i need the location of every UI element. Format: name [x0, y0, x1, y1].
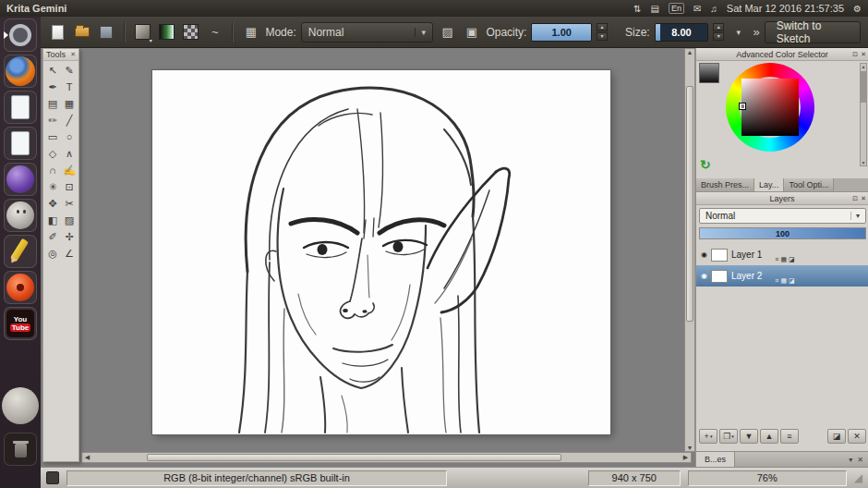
- network-icon[interactable]: ⇅: [633, 4, 641, 14]
- layer-flags[interactable]: ≡ ▦ ◪: [775, 277, 794, 287]
- session-menu-icon[interactable]: ⚙: [853, 4, 862, 14]
- tool-rectangle[interactable]: ▭: [44, 128, 61, 145]
- size-slider[interactable]: 8.00: [655, 23, 709, 42]
- tab-tool-options[interactable]: Tool Opti...: [784, 178, 834, 191]
- eraser-mode-button[interactable]: ▨: [438, 21, 457, 43]
- launcher-item-youtube[interactable]: You Tube: [4, 307, 37, 340]
- tool-gradient[interactable]: ▨: [61, 212, 78, 228]
- tool-edit-shapes[interactable]: ✎: [61, 62, 78, 79]
- pattern-chooser[interactable]: [181, 21, 200, 43]
- mail-icon[interactable]: ✉: [693, 4, 701, 14]
- layer-flag-icon[interactable]: ▦: [780, 256, 787, 263]
- launcher-item-purple-app[interactable]: [4, 163, 37, 196]
- raise-layer-button[interactable]: ▲: [760, 429, 778, 444]
- launcher-item-pencil-app[interactable]: [4, 235, 37, 268]
- spinner-up-icon[interactable]: ▴: [713, 23, 724, 31]
- tool-text[interactable]: T: [61, 79, 78, 95]
- spinner-down-icon[interactable]: ▾: [713, 32, 724, 41]
- elf-sketch-drawing[interactable]: [152, 70, 610, 434]
- tool-calligraphy[interactable]: ✒: [44, 79, 61, 95]
- layer-mask-button[interactable]: ◪: [827, 429, 846, 444]
- close-icon[interactable]: ✕: [857, 456, 863, 464]
- tools-docker-titlebar[interactable]: Tools ✕: [43, 49, 78, 61]
- tab-brush-presets[interactable]: Brush Pres...: [696, 178, 754, 191]
- tool-move[interactable]: ✥: [44, 195, 61, 212]
- close-icon[interactable]: ✕: [861, 195, 866, 202]
- saturation-value-square[interactable]: [741, 79, 799, 136]
- launcher-item-krita[interactable]: [4, 18, 37, 52]
- float-docker-icon[interactable]: ⊡: [852, 195, 858, 202]
- blending-mode-combobox[interactable]: Normal ▾: [301, 22, 433, 43]
- layer-opacity-slider[interactable]: 100: [699, 227, 866, 239]
- close-icon[interactable]: ✕: [861, 51, 866, 58]
- tool-measure[interactable]: ∠: [61, 245, 78, 262]
- layer-flag-icon[interactable]: ≡: [775, 277, 778, 285]
- horizontal-scrollbar[interactable]: ◀ ▶: [81, 452, 692, 463]
- visibility-eye-icon[interactable]: ◉: [701, 272, 707, 280]
- workspace-chooser-button[interactable]: ~: [205, 21, 224, 43]
- zoom-level-field[interactable]: 76%: [688, 470, 847, 486]
- open-document-button[interactable]: [72, 21, 91, 43]
- opacity-spinner[interactable]: ▴ ▾: [597, 23, 608, 41]
- color-selector-titlebar[interactable]: Advanced Color Selector ⊡ ✕: [696, 48, 868, 61]
- tool-zoom[interactable]: ◎: [44, 245, 61, 262]
- tool-bezier-curve[interactable]: ∩: [44, 162, 61, 178]
- layers-docker-titlebar[interactable]: Layers ⊡ ✕: [696, 192, 868, 205]
- delete-layer-button[interactable]: ✕: [848, 429, 866, 444]
- size-spinner[interactable]: ▴ ▾: [713, 23, 724, 41]
- tool-shape-select[interactable]: ↖: [44, 62, 61, 79]
- tool-multibrush[interactable]: ✳: [44, 178, 61, 195]
- layer-flag-icon[interactable]: ◪: [789, 277, 795, 285]
- tool-dyna-brush[interactable]: ✍: [61, 162, 78, 178]
- scroll-up-icon[interactable]: ▲: [685, 49, 695, 55]
- toolbar-dropdown-button[interactable]: ▾: [729, 21, 748, 43]
- toolbar-overflow-chevron[interactable]: »: [753, 25, 759, 39]
- keyboard-indicator[interactable]: En: [669, 3, 684, 14]
- add-layer-button[interactable]: +▾: [699, 429, 717, 444]
- scroll-right-icon[interactable]: ▶: [681, 454, 691, 461]
- chevron-down-icon[interactable]: ▾: [849, 456, 852, 464]
- layer-flags[interactable]: ≡ ▦ ◪: [775, 256, 794, 265]
- layer-flag-icon[interactable]: ≡: [775, 256, 778, 263]
- vertical-scrollbar[interactable]: ▲ ▼: [684, 48, 695, 452]
- horizontal-scrollbar-thumb[interactable]: [147, 454, 561, 461]
- layer-flag-icon[interactable]: ◪: [789, 256, 795, 263]
- save-document-button[interactable]: [96, 21, 115, 43]
- scroll-up-icon[interactable]: ▲: [862, 64, 866, 69]
- tool-color-picker[interactable]: ✐: [44, 228, 61, 245]
- layer-row-1[interactable]: ◉ Layer 1 ≡ ▦ ◪: [696, 244, 868, 265]
- tool-fill[interactable]: ◧: [44, 212, 61, 228]
- launcher-item-red-gear-app[interactable]: [4, 271, 37, 304]
- layer-properties-button[interactable]: ≡: [780, 429, 799, 444]
- tool-gradient-edit[interactable]: ▤: [44, 95, 61, 112]
- tab-layers[interactable]: Lay...: [754, 178, 784, 191]
- tool-crop[interactable]: ✂: [61, 195, 78, 212]
- switch-to-sketch-button[interactable]: Switch to Sketch: [765, 21, 861, 43]
- hue-ring[interactable]: [726, 63, 814, 152]
- float-docker-icon[interactable]: ⊡: [852, 51, 858, 58]
- launcher-item-gray-app[interactable]: [2, 387, 39, 424]
- launcher-item-trash[interactable]: [4, 433, 37, 466]
- tool-line[interactable]: ╱: [61, 112, 78, 128]
- close-icon[interactable]: ✕: [70, 51, 76, 58]
- volume-icon[interactable]: ♫: [710, 4, 717, 14]
- choose-brush-button[interactable]: ▦: [241, 21, 260, 43]
- scroll-down-icon[interactable]: ▼: [862, 160, 866, 165]
- tool-polygon[interactable]: ◇: [44, 145, 61, 162]
- new-document-button[interactable]: [48, 21, 67, 43]
- launcher-item-writer[interactable]: [4, 91, 37, 124]
- color-docker-scrollbar[interactable]: ▲ ▼: [860, 63, 867, 166]
- launcher-item-gimp[interactable]: [4, 199, 37, 232]
- vertical-scrollbar-thumb[interactable]: [686, 86, 693, 322]
- shade-selector[interactable]: [699, 63, 719, 83]
- scroll-down-icon[interactable]: ▼: [685, 445, 695, 451]
- brush-preset-chooser[interactable]: ▾: [133, 21, 152, 43]
- launcher-item-document-viewer[interactable]: [4, 127, 37, 160]
- gradient-chooser[interactable]: [157, 21, 176, 43]
- refresh-color-icon[interactable]: ↻: [700, 157, 711, 172]
- display-icon[interactable]: ▤: [650, 4, 658, 14]
- document-canvas[interactable]: [152, 70, 610, 434]
- layer-thumbnail[interactable]: [711, 270, 728, 283]
- tool-polyline[interactable]: ∧: [61, 145, 78, 162]
- visibility-eye-icon[interactable]: ◉: [701, 250, 707, 259]
